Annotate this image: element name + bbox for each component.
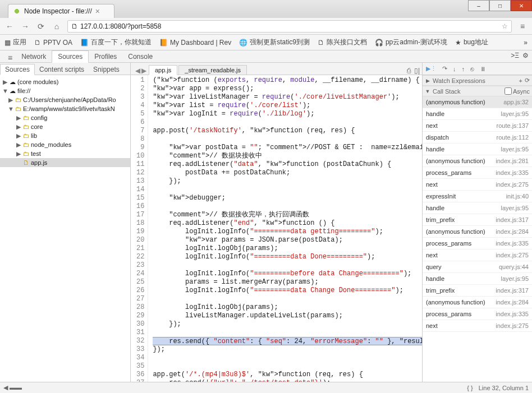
window-maximize[interactable]: □	[489, 0, 511, 11]
file-tree[interactable]: ▶☁ (core modules)▼☁ file://▶🗀 C:/Users/c…	[0, 75, 130, 387]
deactivate-breakpoints-icon[interactable]: ⎋	[470, 66, 474, 72]
tree-item[interactable]: ▼🗀 E:/wamp/www/static9/livetv/taskN	[0, 104, 130, 113]
omnibox-row: ← → ⟳ ⌂ 🗋 127.0.0.1:8080/?port=5858 ☆ ≡	[0, 18, 532, 35]
bookmark-item[interactable]: 🗋 PPTV OA	[34, 39, 72, 47]
tree-item[interactable]: ▶🗀 test	[0, 149, 130, 158]
editor-tab-stream[interactable]: _stream_readable.js	[178, 65, 247, 75]
callstack-frame[interactable]: process_paramsindex.js:335	[423, 167, 532, 179]
url-input[interactable]: 🗋 127.0.0.1:8080/?port=5858 ☆	[67, 20, 512, 33]
history-back-icon[interactable]: ◀	[135, 67, 140, 75]
url-text: 127.0.0.1:8080/?port=5858	[80, 22, 499, 30]
tree-item[interactable]: ▶🗀 core	[0, 122, 130, 131]
add-watch-icon[interactable]: +	[519, 77, 522, 84]
resume-icon[interactable]: ▶⋮	[426, 65, 437, 72]
callstack-frame[interactable]: nextroute.js:137	[423, 120, 532, 132]
bookmark-item[interactable]: 🗋 陈兴接口文档	[318, 38, 367, 47]
format-code-icon[interactable]: ⎙	[407, 67, 411, 75]
bookmark-item[interactable]: 📘 百度一下，你就知道	[80, 38, 152, 47]
history-forward-icon[interactable]: ▶	[141, 67, 146, 75]
tab-close-icon[interactable]: ×	[95, 7, 100, 16]
callstack-list[interactable]: (anonymous function)app.js:32handlelayer…	[423, 96, 532, 387]
apps-button[interactable]: ▦ 应用	[4, 38, 26, 47]
async-checkbox[interactable]	[505, 87, 512, 95]
callstack-frame[interactable]: trim_prefixindex.js:317	[423, 214, 532, 226]
tab-console[interactable]: Console	[122, 51, 158, 62]
step-out-icon[interactable]: ↑	[462, 66, 465, 72]
reload-icon[interactable]: ⟳	[36, 21, 46, 31]
line-gutter[interactable]: 1234567891011121314151617181920212223242…	[131, 75, 148, 387]
toggle-sidebar-icon[interactable]: ▯|	[414, 67, 420, 75]
settings-icon[interactable]: ⚙	[522, 52, 529, 59]
callstack-frame[interactable]: dispatchroute.js:112	[423, 132, 532, 144]
callstack-frame[interactable]: nextindex.js:275	[423, 249, 532, 261]
callstack-frame[interactable]: (anonymous function)index.js:284	[423, 226, 532, 238]
cursor-position: Line 32, Column 1	[479, 385, 529, 391]
bookmarks-overflow-icon[interactable]: »	[524, 39, 528, 47]
tree-item[interactable]: 🗋 app.js	[0, 158, 130, 167]
devtools-body: Sources Content scripts Snippets ▶☁ (cor…	[0, 63, 532, 387]
callstack-frame[interactable]: handlelayer.js:95	[423, 144, 532, 155]
subtab-content-scripts[interactable]: Content scripts	[35, 64, 89, 75]
callstack-frame[interactable]: handlelayer.js:95	[423, 202, 532, 214]
watch-header[interactable]: ▶ Watch Expressions + ⟳	[423, 75, 532, 86]
bookmarks-bar: ▦ 应用 🗋 PPTV OA 📘 百度一下，你就知道 📙 My Dashboar…	[0, 35, 532, 50]
callstack-frame[interactable]: (anonymous function)app.js:32	[423, 96, 532, 108]
editor-panel: ◀ ▶ app.js _stream_readable.js ⎙ ▯| 1234…	[131, 63, 422, 387]
callstack-frame[interactable]: handlelayer.js:95	[423, 108, 532, 120]
browser-tab[interactable]: Node Inspector - file:/// ×	[8, 4, 114, 18]
chevron-down-icon: ▼	[425, 89, 430, 94]
bookmark-item[interactable]: ★ bug地址	[455, 38, 488, 47]
tree-item[interactable]: ▼☁ file://	[0, 86, 130, 95]
refresh-watch-icon[interactable]: ⟳	[525, 77, 530, 84]
callstack-frame[interactable]: queryquery.js:44	[423, 261, 532, 273]
navigator-panel: Sources Content scripts Snippets ▶☁ (cor…	[0, 63, 131, 387]
tab-sources[interactable]: Sources	[52, 50, 89, 63]
scroll-handle-icon[interactable]: ◀ ▬▬	[3, 384, 22, 391]
editor-tabs: ◀ ▶ app.js _stream_readable.js ⎙ ▯|	[131, 63, 422, 75]
callstack-frame[interactable]: nextindex.js:275	[423, 320, 532, 332]
menu-icon[interactable]: ≡	[517, 21, 528, 31]
tree-item[interactable]: ▶☁ (core modules)	[0, 77, 130, 86]
code-editor[interactable]: 1234567891011121314151617181920212223242…	[131, 75, 422, 387]
tree-item[interactable]: ▶🗀 config	[0, 113, 130, 122]
bookmark-star-icon[interactable]: ☆	[502, 22, 508, 30]
step-over-icon[interactable]: ↷	[442, 65, 447, 72]
subtab-snippets[interactable]: Snippets	[89, 64, 124, 75]
forward-icon[interactable]: →	[20, 21, 30, 31]
status-bar: ◀ ▬▬ { } Line 32, Column 1	[0, 382, 532, 393]
chevron-right-icon: ▶	[425, 78, 430, 84]
callstack-frame[interactable]: (anonymous function)index.js:284	[423, 297, 532, 308]
callstack-header[interactable]: ▼ Call Stack Async	[423, 86, 532, 96]
devtools-menu-icon[interactable]: ≡	[4, 53, 16, 62]
tree-item[interactable]: ▶🗀 node_modules	[0, 140, 130, 149]
bookmark-item[interactable]: 🎧 pp云admin-测试环境	[375, 38, 447, 47]
back-icon[interactable]: ←	[4, 21, 15, 31]
bookmark-item[interactable]: 📙 My Dashboard | Rev	[159, 39, 231, 47]
subtab-sources[interactable]: Sources	[0, 64, 35, 75]
tab-title: Node Inspector - file:///	[24, 7, 92, 15]
callstack-frame[interactable]: expressInitinit.js:40	[423, 191, 532, 202]
tab-network[interactable]: Network	[16, 51, 52, 62]
tab-profiles[interactable]: Profiles	[89, 51, 122, 62]
callstack-frame[interactable]: trim_prefixindex.js:317	[423, 285, 532, 297]
debug-sidebar: ▶⋮ ↷ ↓ ↑ ⎋ ⏸ ▶ Watch Expressions + ⟳ ▼ C…	[422, 63, 532, 387]
toggle-drawer-icon[interactable]: >Ξ	[511, 52, 519, 59]
node-inspector-favicon-icon	[13, 7, 21, 15]
bookmark-item[interactable]: 🌐 强制更新static9到测	[239, 38, 310, 47]
step-into-icon[interactable]: ↓	[453, 66, 456, 72]
callstack-frame[interactable]: (anonymous function)index.js:281	[423, 155, 532, 167]
callstack-frame[interactable]: nextindex.js:275	[423, 179, 532, 191]
pretty-print-icon[interactable]: { }	[467, 385, 473, 391]
callstack-frame[interactable]: handlelayer.js:95	[423, 273, 532, 285]
window-minimize[interactable]: –	[468, 0, 489, 11]
home-icon[interactable]: ⌂	[52, 21, 62, 31]
browser-titlebar: – □ ✕ Node Inspector - file:/// ×	[0, 0, 532, 18]
window-close[interactable]: ✕	[511, 0, 532, 11]
editor-tab-appjs[interactable]: app.js	[149, 65, 177, 75]
callstack-frame[interactable]: process_paramsindex.js:335	[423, 308, 532, 320]
tree-item[interactable]: ▶🗀 lib	[0, 131, 130, 140]
code-lines[interactable]: ("kw">function (exports, require, module…	[148, 75, 422, 387]
tree-item[interactable]: ▶🗀 C:/Users/chenjuanhe/AppData/Ro	[0, 95, 130, 104]
pause-exceptions-icon[interactable]: ⏸	[480, 66, 486, 72]
callstack-frame[interactable]: process_paramsindex.js:335	[423, 238, 532, 249]
